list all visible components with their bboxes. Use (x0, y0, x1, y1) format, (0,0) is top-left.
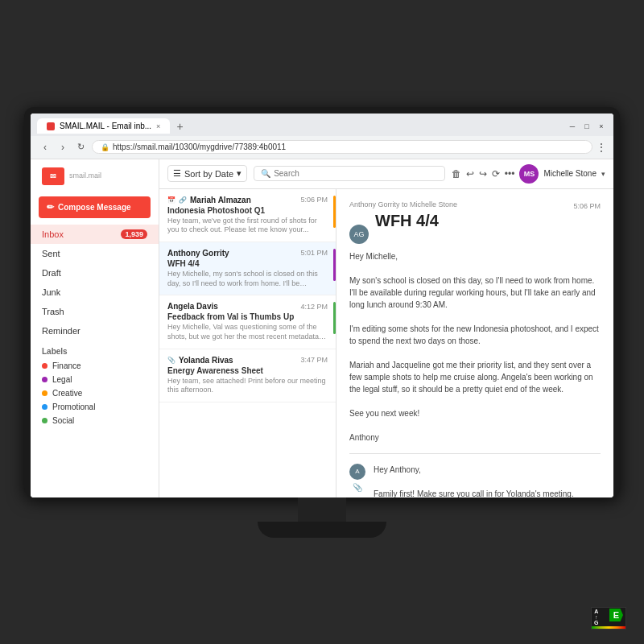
finance-label: Finance (52, 361, 81, 370)
sidebar-item-inbox[interactable]: Inbox 1,939 (31, 225, 159, 244)
redo-icon[interactable]: ↪ (479, 168, 487, 180)
browser-menu-button[interactable]: ⋮ (596, 141, 607, 154)
promotional-dot (42, 404, 47, 410)
email-item-4[interactable]: 📎 Yolanda Rivas 3:47 PM Energy Awareness… (159, 349, 336, 402)
sync-icon[interactable]: ⟳ (492, 168, 500, 180)
sidebar-item-reminder[interactable]: Reminder (31, 321, 159, 341)
search-box[interactable]: 🔍 (254, 166, 445, 181)
sidebar: ✉ smail.mail ✏ Compose Message Inbox 1,9… (31, 159, 159, 497)
user-name[interactable]: Michelle Stone (543, 169, 597, 178)
secure-icon: 🔒 (101, 143, 109, 151)
maximize-button[interactable]: □ (581, 121, 592, 132)
sidebar-item-junk[interactable]: Junk (31, 283, 159, 302)
email-subject-2: WFH 4/4 (167, 259, 328, 268)
stand-neck (298, 497, 346, 522)
undo-icon[interactable]: ↩ (466, 168, 474, 180)
email-subject-1: Indonesia Photoshoot Q1 (167, 206, 328, 215)
email-item-1[interactable]: 📅 🔗 Mariah Almazan 5:06 PM Indonesia Pho… (159, 189, 336, 242)
logo-icon: ✉ (42, 167, 64, 185)
browser-controls: ‹ › ↻ 🔒 https://smail.mail/10300/mygdriv… (31, 136, 613, 159)
reply-body: Hey Anthony, Family first! Make sure you… (374, 464, 601, 497)
email-preview-2: Hey Michelle, my son's school is closed … (167, 270, 328, 288)
browser-chrome: SMAIL.MAIL - Email inb... × + ─ □ × ‹ › … (31, 114, 613, 159)
email-time-2: 5:01 PM (300, 249, 328, 257)
tab-close-icon[interactable]: × (156, 122, 160, 130)
user-chevron-icon[interactable]: ▾ (601, 170, 605, 178)
back-button[interactable]: ‹ (37, 139, 53, 155)
minimize-button[interactable]: ─ (567, 121, 578, 132)
label-finance[interactable]: Finance (42, 359, 147, 373)
email-preview-3: Hey Michelle, Val was questioning some o… (167, 323, 328, 341)
link-icon-1: 🔗 (179, 196, 187, 204)
label-social[interactable]: Social (42, 414, 147, 427)
reply-section: A 📎 Hey Anthony, Family first! Make sure… (349, 464, 601, 497)
compose-button[interactable]: ✏ Compose Message (39, 196, 151, 218)
trash-label: Trash (42, 307, 64, 316)
email-item-3[interactable]: Angela Davis 4:12 PM Feedback from Val i… (159, 295, 336, 349)
sort-by-date-button[interactable]: ☰ Sort by Date ▾ (167, 165, 247, 182)
energy-label-top: A ↑ G E (592, 608, 625, 626)
toolbar-actions: 🗑 ↩ ↪ ⟳ ••• MS Michelle Stone ▾ (452, 164, 605, 184)
tab-favicon (47, 122, 55, 130)
toolbar: ☰ Sort by Date ▾ 🔍 🗑 ↩ ↪ ⟳ (159, 159, 613, 189)
sidebar-item-draft[interactable]: Draft (31, 263, 159, 283)
energy-label: A ↑ G E (591, 607, 626, 630)
search-input[interactable] (274, 169, 438, 178)
forward-button[interactable]: › (55, 139, 71, 155)
address-text: https://smail.mail/10300/mygdrive/77389:… (113, 142, 286, 151)
draft-label: Draft (42, 268, 61, 278)
stand-base (258, 522, 386, 538)
search-icon: 🔍 (261, 169, 270, 178)
sidebar-item-trash[interactable]: Trash (31, 302, 159, 321)
label-legal[interactable]: Legal (42, 373, 147, 386)
reply-initials: A (355, 468, 359, 475)
email-item-2[interactable]: Anthony Gorrity 5:01 PM WFH 4/4 Hey Mich… (159, 242, 336, 295)
priority-indicator-3 (333, 302, 336, 334)
sort-chevron-icon: ▾ (237, 168, 242, 179)
detail-body-line-2: My son's school is closed on this day, s… (349, 275, 601, 311)
detail-timestamp: 5:06 PM (573, 202, 601, 210)
email-time-4: 3:47 PM (300, 356, 328, 364)
user-avatar: MS (519, 164, 539, 184)
delete-icon[interactable]: 🗑 (452, 168, 461, 180)
detail-body-line-3: I'm editing some shots for the new Indon… (349, 323, 601, 347)
reload-button[interactable]: ↻ (72, 139, 89, 155)
app-container: ✉ smail.mail ✏ Compose Message Inbox 1,9… (31, 159, 613, 497)
email-subject-3: Feedback from Val is Thumbs Up (167, 312, 328, 321)
email-item-wrapper-3: Angela Davis 4:12 PM Feedback from Val i… (159, 295, 336, 349)
more-options-icon[interactable]: ••• (505, 168, 515, 180)
new-tab-button[interactable]: + (170, 117, 189, 136)
label-creative[interactable]: Creative (42, 386, 147, 400)
detail-meta: WFH 4/4 (375, 212, 601, 238)
email-sender-4: 📎 Yolanda Rivas (167, 356, 233, 365)
reply-attach-icon: 📎 (353, 483, 362, 492)
detail-subject: WFH 4/4 (375, 212, 601, 230)
close-button[interactable]: × (596, 121, 607, 132)
email-time-3: 4:12 PM (300, 303, 328, 311)
reminder-label: Reminder (42, 326, 80, 336)
logo-text: smail.mail (69, 171, 101, 180)
monitor-stand (258, 497, 386, 538)
inbox-badge: 1,939 (121, 229, 147, 239)
browser-tab[interactable]: SMAIL.MAIL - Email inb... × (37, 118, 170, 134)
priority-indicator-2 (333, 249, 336, 281)
user-initials: MS (524, 170, 535, 178)
label-promotional[interactable]: Promotional (42, 400, 147, 414)
legal-dot (42, 377, 47, 382)
detail-body-line-5: See you next week! (349, 407, 601, 419)
detail-divider (349, 453, 601, 454)
sent-label: Sent (42, 249, 60, 258)
email-item-wrapper-4: 📎 Yolanda Rivas 3:47 PM Energy Awareness… (159, 349, 336, 402)
detail-body-line-1: Hey Michelle, (349, 250, 601, 262)
browser-tabs: SMAIL.MAIL - Email inb... × + ─ □ × (31, 114, 613, 136)
detail-avatar: AG (349, 225, 369, 244)
address-bar[interactable]: 🔒 https://smail.mail/10300/mygdrive/7738… (92, 140, 592, 154)
email-preview-1: Hey team, we've got the first round of s… (167, 217, 328, 235)
sidebar-item-sent[interactable]: Sent (31, 244, 159, 263)
window-controls: ─ □ × (567, 121, 607, 132)
junk-label: Junk (42, 287, 60, 297)
email-item-header-1: 📅 🔗 Mariah Almazan 5:06 PM (167, 196, 328, 204)
detail-body-line-4: Mariah and Jacqueline got me their prior… (349, 359, 601, 395)
nav-buttons: ‹ › ↻ (37, 139, 89, 155)
sort-label: Sort by Date (184, 169, 233, 179)
